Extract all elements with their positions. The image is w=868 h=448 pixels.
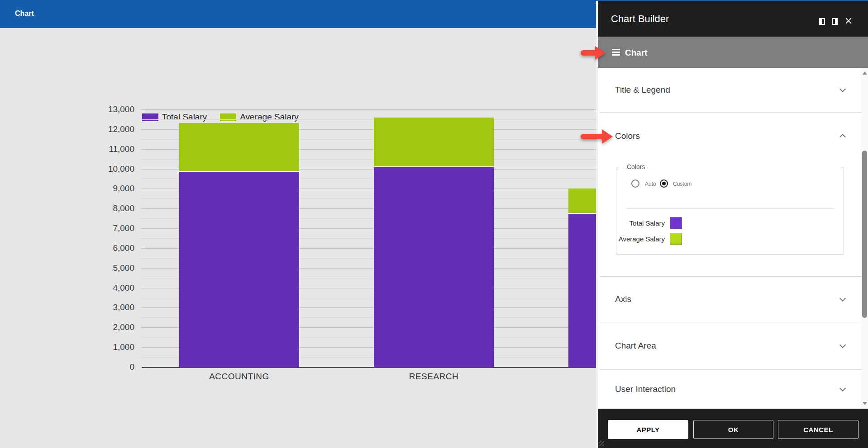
apply-button[interactable]: APPLY bbox=[608, 420, 688, 439]
panel-content: Title & Legend Colors Colors Auto Custom bbox=[598, 68, 868, 409]
legend-item: Total Salary bbox=[142, 112, 207, 122]
colors-groupbox: Colors Auto Custom Total Salary Average … bbox=[616, 167, 844, 255]
chevron-up-icon bbox=[839, 134, 846, 140]
total-salary-color-swatch[interactable] bbox=[670, 217, 682, 229]
legend-swatch bbox=[220, 113, 236, 121]
dock-left-icon[interactable] bbox=[819, 18, 825, 25]
scroll-down-icon[interactable] bbox=[863, 402, 867, 405]
chevron-down-icon bbox=[839, 86, 846, 92]
bar-segment-average-salary bbox=[374, 118, 494, 167]
section-label: Chart Area bbox=[615, 341, 656, 351]
section-label: User Interaction bbox=[615, 384, 676, 394]
ok-button[interactable]: OK bbox=[693, 420, 773, 439]
minor-gridline bbox=[142, 119, 596, 120]
y-axis-tick-label: 1,000 bbox=[94, 342, 134, 352]
y-axis-tick-label: 4,000 bbox=[94, 283, 134, 293]
legend-item: Average Salary bbox=[220, 112, 299, 122]
chevron-down-icon bbox=[839, 295, 846, 301]
y-axis-tick-label: 8,000 bbox=[94, 203, 134, 213]
y-axis-tick-label: 9,000 bbox=[94, 184, 134, 193]
series-color-label: Average Salary bbox=[574, 235, 665, 243]
divider bbox=[626, 208, 834, 209]
arrow-to-colors-section bbox=[581, 129, 613, 144]
custom-radio-label: Custom bbox=[673, 181, 692, 187]
scroll-up-icon[interactable] bbox=[863, 71, 867, 75]
major-gridline bbox=[142, 109, 596, 110]
legend-label: Average Salary bbox=[240, 112, 299, 122]
legend-label: Total Salary bbox=[162, 112, 207, 122]
auto-radio[interactable] bbox=[631, 179, 639, 188]
cancel-button[interactable]: CANCEL bbox=[778, 420, 858, 439]
panel-title: Chart Builder bbox=[611, 13, 669, 25]
app-title: Chart bbox=[15, 9, 34, 18]
section-axis[interactable]: Axis bbox=[598, 276, 861, 322]
custom-radio[interactable] bbox=[660, 179, 668, 188]
divider bbox=[600, 112, 861, 113]
section-title-legend[interactable]: Title & Legend bbox=[598, 68, 861, 112]
panel-titlebar: Chart Builder bbox=[598, 1, 868, 37]
chart-menu-label: Chart bbox=[625, 48, 648, 58]
color-mode-radios: Auto Custom bbox=[616, 179, 844, 196]
series-color-row: Average Salary bbox=[616, 233, 844, 245]
arrow-to-chart-menu bbox=[581, 46, 606, 60]
chevron-down-icon bbox=[839, 385, 846, 391]
y-axis-tick-label: 12,000 bbox=[94, 124, 134, 134]
chart-menu-row[interactable]: Chart bbox=[598, 37, 868, 68]
y-axis-tick-label: 13,000 bbox=[94, 104, 134, 114]
bar-segment-average-salary bbox=[568, 189, 596, 214]
y-axis-tick-label: 10,000 bbox=[94, 164, 134, 174]
y-axis-tick-label: 11,000 bbox=[94, 144, 134, 154]
series-color-row: Total Salary bbox=[616, 217, 844, 229]
x-axis-category-label: ACCOUNTING bbox=[172, 372, 307, 382]
panel-footer: APPLY OK CANCEL bbox=[598, 409, 868, 448]
section-label: Axis bbox=[615, 294, 631, 304]
average-salary-color-swatch[interactable] bbox=[670, 233, 682, 245]
y-axis-tick-label: 6,000 bbox=[94, 243, 134, 253]
chevron-down-icon bbox=[839, 341, 846, 348]
screen: Chart Total SalaryAverage Salary 01,0002… bbox=[0, 0, 868, 448]
bar-segment-total-salary bbox=[374, 167, 494, 367]
section-user-interaction[interactable]: User Interaction bbox=[598, 369, 861, 409]
hamburger-icon bbox=[612, 49, 620, 56]
y-axis-tick-label: 3,000 bbox=[94, 302, 134, 312]
section-colors[interactable]: Colors bbox=[598, 123, 861, 150]
section-label: Title & Legend bbox=[615, 85, 670, 95]
chart-preview: Total SalaryAverage Salary 01,0002,0003,… bbox=[0, 28, 596, 448]
bar-segment-average-salary bbox=[179, 123, 299, 172]
panel-scrollbar[interactable] bbox=[861, 68, 868, 409]
scrollbar-thumb[interactable] bbox=[862, 151, 867, 318]
y-axis-tick-label: 2,000 bbox=[94, 322, 134, 332]
close-icon[interactable] bbox=[845, 17, 852, 24]
x-axis-category-label: RESEARCH bbox=[366, 372, 502, 382]
bar-segment-total-salary bbox=[179, 172, 299, 367]
y-axis-tick-label: 5,000 bbox=[94, 263, 134, 273]
legend-swatch bbox=[142, 113, 158, 121]
resize-grip[interactable] bbox=[599, 441, 604, 446]
chart-builder-panel: Chart Builder Chart Title & Legend Color… bbox=[596, 1, 868, 448]
auto-radio-label: Auto bbox=[645, 181, 656, 187]
y-axis-tick-label: 7,000 bbox=[94, 223, 134, 233]
series-color-label: Total Salary bbox=[574, 219, 665, 227]
section-label: Colors bbox=[615, 131, 640, 141]
colors-groupbox-legend: Colors bbox=[625, 163, 647, 170]
x-axis-line bbox=[142, 367, 596, 368]
y-axis-tick-label: 0 bbox=[94, 362, 134, 372]
chart-legend: Total SalaryAverage Salary bbox=[142, 112, 299, 122]
section-chart-area[interactable]: Chart Area bbox=[598, 322, 861, 369]
dock-right-icon[interactable] bbox=[832, 18, 838, 25]
